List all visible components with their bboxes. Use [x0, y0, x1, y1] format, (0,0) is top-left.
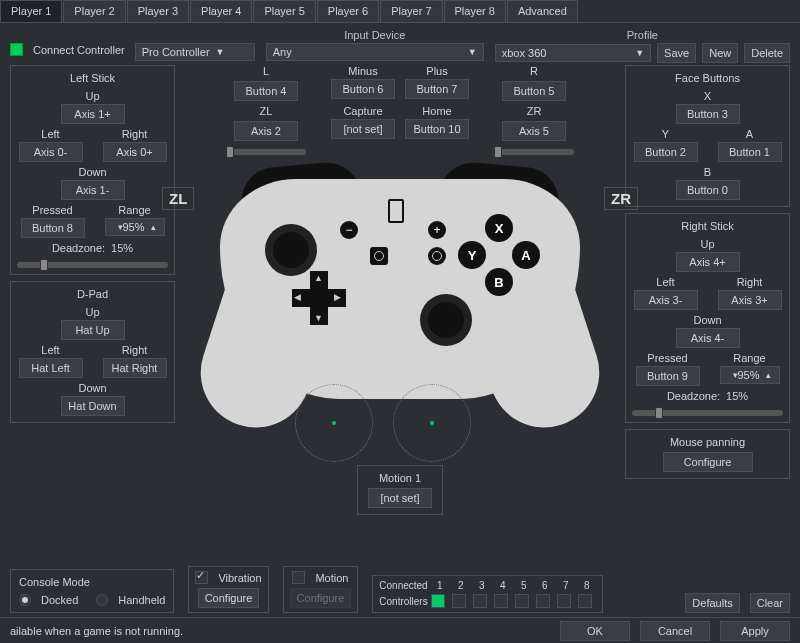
plus-label: Plus — [426, 65, 447, 77]
rs-right-bind[interactable]: Axis 3+ — [718, 290, 782, 310]
face-b-icon: B — [485, 268, 513, 296]
tab-player-3[interactable]: Player 3 — [127, 0, 189, 22]
face-x-icon: X — [485, 214, 513, 242]
zr-bind[interactable]: Axis 5 — [502, 121, 566, 141]
ls-deadzone-slider[interactable] — [17, 262, 168, 268]
tab-player-6[interactable]: Player 6 — [317, 0, 379, 22]
ls-range-combo[interactable]: ▾ 95% ▴ — [105, 218, 165, 236]
dpad-right-bind[interactable]: Hat Right — [103, 358, 167, 378]
zl-bind[interactable]: Axis 2 — [234, 121, 298, 141]
chevron-up-icon: ▴ — [766, 370, 771, 380]
dpad-panel: D-Pad Up Hat Up Left Hat Left Right Hat … — [10, 281, 175, 423]
cancel-button[interactable]: Cancel — [640, 621, 710, 641]
left-stick-visual — [295, 384, 373, 462]
slot-number-1: 1 — [431, 580, 449, 591]
left-stick-icon — [265, 224, 317, 276]
ls-up-label: Up — [85, 90, 99, 102]
slot-number-8: 8 — [578, 580, 596, 591]
input-device-combo[interactable]: Any ▼ — [266, 43, 484, 61]
face-a-bind[interactable]: Button 1 — [718, 142, 782, 162]
home-icon — [428, 247, 446, 265]
rs-deadzone-slider[interactable] — [632, 410, 783, 416]
tab-player-2[interactable]: Player 2 — [63, 0, 125, 22]
profile-combo[interactable]: xbox 360 ▼ — [495, 44, 651, 62]
controller-slot-2 — [452, 594, 466, 608]
chevron-down-icon: ▼ — [216, 47, 225, 57]
zr-shoulder-label: ZR — [604, 187, 638, 210]
status-message: ailable when a game is not running. — [10, 625, 550, 637]
chevron-down-icon: ▼ — [468, 47, 477, 57]
capture-bind[interactable]: [not set] — [331, 119, 395, 139]
vibration-checkbox[interactable] — [195, 571, 208, 584]
tab-player-1[interactable]: Player 1 — [0, 0, 62, 22]
rs-left-bind[interactable]: Axis 3- — [634, 290, 698, 310]
motion1-bind[interactable]: [not set] — [368, 488, 432, 508]
screen-icon — [388, 199, 404, 223]
zl-slider[interactable] — [226, 149, 306, 155]
ls-up-bind[interactable]: Axis 1+ — [61, 104, 125, 124]
vibration-configure[interactable]: Configure — [198, 588, 260, 608]
new-button[interactable]: New — [702, 43, 738, 63]
rs-range-value: 95% — [738, 369, 760, 381]
motion1-title: Motion 1 — [379, 472, 421, 484]
dpad-left-label: Left — [41, 344, 59, 356]
clear-button[interactable]: Clear — [750, 593, 790, 613]
face-y-bind[interactable]: Button 2 — [634, 142, 698, 162]
delete-button[interactable]: Delete — [744, 43, 790, 63]
apply-button[interactable]: Apply — [720, 621, 790, 641]
tab-player-4[interactable]: Player 4 — [190, 0, 252, 22]
ok-button[interactable]: OK — [560, 621, 630, 641]
ls-right-bind[interactable]: Axis 0+ — [103, 142, 167, 162]
controller-slot-6 — [536, 594, 550, 608]
handheld-radio[interactable] — [96, 594, 108, 606]
tab-player-5[interactable]: Player 5 — [253, 0, 315, 22]
rs-up-bind[interactable]: Axis 4+ — [676, 252, 740, 272]
ls-left-bind[interactable]: Axis 0- — [19, 142, 83, 162]
minus-bind[interactable]: Button 6 — [331, 79, 395, 99]
motion-checkbox[interactable] — [292, 571, 305, 584]
face-buttons-panel: Face Buttons X Button 3 Y Button 2 A But… — [625, 65, 790, 207]
dpad-down-bind[interactable]: Hat Down — [61, 396, 125, 416]
dpad-up-label: Up — [85, 306, 99, 318]
controller-slot-1 — [431, 594, 445, 608]
r-bind[interactable]: Button 5 — [502, 81, 566, 101]
profile-label: Profile — [627, 29, 658, 41]
handheld-label: Handheld — [118, 594, 165, 606]
face-y-icon: Y — [458, 241, 486, 269]
l-bind[interactable]: Button 4 — [234, 81, 298, 101]
input-device-value: Any — [273, 46, 462, 58]
plus-bind[interactable]: Button 7 — [405, 79, 469, 99]
docked-radio[interactable] — [19, 594, 31, 606]
plus-icon: + — [428, 221, 446, 239]
motion-label: Motion — [315, 572, 348, 584]
zr-slider[interactable] — [494, 149, 574, 155]
dpad-up-bind[interactable]: Hat Up — [61, 320, 125, 340]
rs-down-bind[interactable]: Axis 4- — [676, 328, 740, 348]
rs-range-combo[interactable]: ▾ 95% ▴ — [720, 366, 780, 384]
slot-number-6: 6 — [536, 580, 554, 591]
face-x-bind[interactable]: Button 3 — [676, 104, 740, 124]
dpad-title: D-Pad — [77, 288, 108, 300]
tab-player-7[interactable]: Player 7 — [380, 0, 442, 22]
rs-left-label: Left — [656, 276, 674, 288]
ls-right-label: Right — [122, 128, 148, 140]
dpad-left-bind[interactable]: Hat Left — [19, 358, 83, 378]
rs-title: Right Stick — [681, 220, 734, 232]
controller-type-value: Pro Controller — [142, 46, 210, 58]
tab-advanced[interactable]: Advanced — [507, 0, 578, 22]
ls-pressed-bind[interactable]: Button 8 — [21, 218, 85, 238]
face-b-bind[interactable]: Button 0 — [676, 180, 740, 200]
controller-type-combo[interactable]: Pro Controller ▼ — [135, 43, 255, 61]
defaults-button[interactable]: Defaults — [685, 593, 739, 613]
slot-number-3: 3 — [473, 580, 491, 591]
docked-label: Docked — [41, 594, 78, 606]
mouse-panning-configure[interactable]: Configure — [663, 452, 753, 472]
rs-pressed-bind[interactable]: Button 9 — [636, 366, 700, 386]
console-mode-title: Console Mode — [19, 576, 165, 588]
save-button[interactable]: Save — [657, 43, 696, 63]
input-device-label: Input Device — [344, 29, 405, 41]
minus-label: Minus — [348, 65, 377, 77]
tab-player-8[interactable]: Player 8 — [444, 0, 506, 22]
home-bind[interactable]: Button 10 — [405, 119, 469, 139]
ls-down-bind[interactable]: Axis 1- — [61, 180, 125, 200]
